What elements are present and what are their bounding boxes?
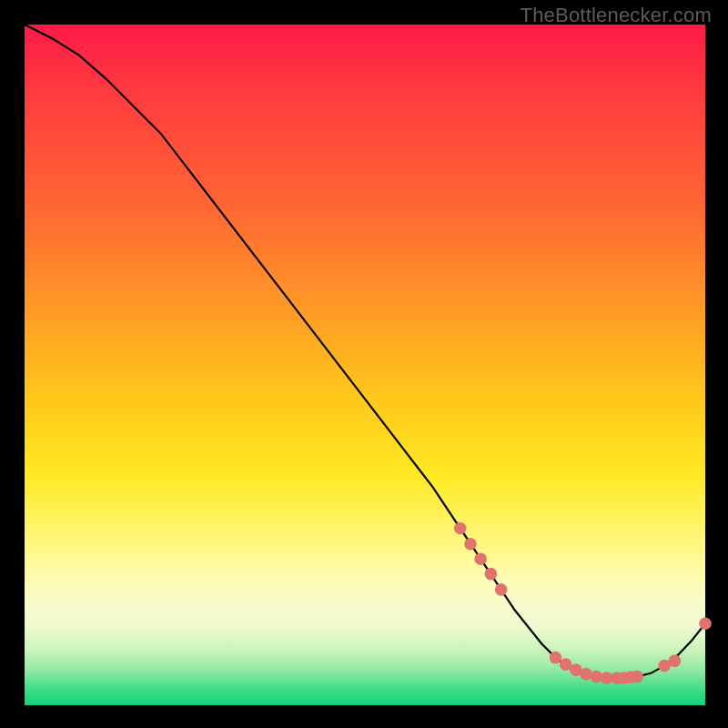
marker-point (550, 652, 562, 664)
marker-point (699, 617, 712, 630)
bottleneck-curve (25, 25, 705, 678)
marker-point (454, 522, 467, 535)
marker-point (464, 538, 477, 551)
chart-stage: TheBottlenecker.com (0, 0, 728, 728)
marker-point (495, 583, 508, 596)
marker-group (454, 522, 712, 684)
marker-point (485, 568, 498, 581)
attribution-text: TheBottlenecker.com (521, 4, 712, 27)
marker-point (669, 655, 682, 668)
chart-svg (25, 25, 705, 705)
plot-area (25, 25, 705, 705)
marker-point (474, 552, 487, 565)
marker-point (631, 671, 643, 683)
